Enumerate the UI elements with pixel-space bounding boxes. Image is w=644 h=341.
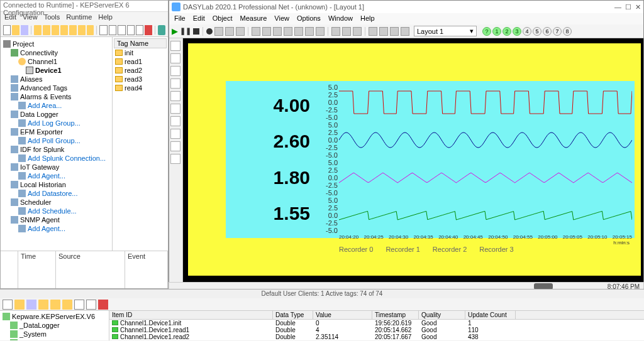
line-tool-icon[interactable]	[170, 66, 180, 76]
tag-item[interactable]: read3	[114, 75, 167, 84]
record-icon[interactable]	[206, 28, 213, 35]
tree-item[interactable]: Channel1	[2, 57, 111, 66]
log-col-time[interactable]: Time	[18, 251, 56, 288]
layout-button[interactable]: 3	[513, 27, 521, 36]
col-itemid[interactable]: Item ID	[109, 311, 273, 319]
tree-item[interactable]: Local Historian	[2, 180, 111, 189]
open-icon[interactable]	[12, 25, 19, 35]
stop-icon[interactable]	[193, 28, 199, 35]
qc-tree-item[interactable]: Kepware.KEPServerEX.V6	[1, 312, 108, 321]
tag-item[interactable]: read4	[114, 84, 167, 92]
quickclient-icon[interactable]	[158, 25, 165, 35]
kep-menu-view[interactable]: View	[23, 13, 38, 22]
folder-icon[interactable]	[34, 25, 42, 35]
save-icon[interactable]	[21, 25, 28, 35]
undo-icon[interactable]	[99, 25, 107, 35]
image-tool-icon[interactable]	[170, 154, 180, 164]
folder-icon[interactable]	[52, 25, 59, 35]
circle-tool-icon[interactable]	[170, 104, 180, 114]
tree-item[interactable]: Add Datastore...	[2, 189, 111, 198]
folder-icon[interactable]	[60, 25, 68, 35]
folder-icon[interactable]	[87, 25, 94, 35]
qc-tree-item[interactable]: _DataLogger	[1, 321, 108, 330]
qc-tree[interactable]: Kepware.KEPServerEX.V6_DataLogger_System…	[0, 311, 109, 340]
col-value[interactable]: Value	[313, 311, 372, 319]
layout-canvas[interactable]: 4.00 2.60 1.80 1.55 5.02.50.0-2.5-5.0 5.…	[183, 38, 643, 288]
menu-file[interactable]: File	[174, 14, 186, 23]
toolbar-icon[interactable]	[369, 27, 377, 36]
tree-item[interactable]: IDF for Splunk	[2, 145, 111, 154]
tree-item[interactable]: Add Splunk Connection...	[2, 154, 111, 163]
folder-icon[interactable]	[69, 25, 77, 35]
pause-icon[interactable]: ❚❚	[180, 27, 191, 35]
toolbar-icon[interactable]	[262, 27, 271, 36]
log-col-icon[interactable]	[1, 251, 18, 288]
minimize-icon[interactable]: —	[614, 3, 621, 11]
tag-item[interactable]: read2	[114, 66, 167, 75]
folder-icon[interactable]	[43, 25, 50, 35]
layout-button[interactable]: 6	[543, 27, 552, 36]
tag-item[interactable]: init	[114, 48, 167, 57]
menu-view[interactable]: View	[274, 14, 289, 23]
tree-item[interactable]: Add Agent...	[2, 224, 111, 233]
close-icon[interactable]: ✕	[635, 3, 641, 11]
qc-tree-item[interactable]: _System	[1, 330, 108, 338]
toolbar-icon[interactable]	[305, 27, 314, 36]
tree-item[interactable]: Aliases	[2, 75, 111, 84]
table-row[interactable]: Channel1.Device1.read1Double420:05:14.66…	[109, 327, 644, 333]
tree-item[interactable]: Add Schedule...	[2, 207, 111, 215]
copy-icon[interactable]	[127, 25, 135, 35]
copy-icon[interactable]	[342, 27, 351, 36]
tree-item[interactable]: SNMP Agent	[2, 215, 111, 224]
folder-icon[interactable]	[78, 25, 86, 35]
menu-edit[interactable]: Edit	[193, 14, 205, 23]
tree-item[interactable]: Connectivity	[2, 48, 111, 57]
layout-button[interactable]: 4	[523, 27, 531, 36]
save-icon[interactable]	[26, 300, 36, 310]
tree-item[interactable]: Add Area...	[2, 101, 111, 110]
col-updatecount[interactable]: Update Count	[465, 311, 516, 319]
toolbar-icon[interactable]	[294, 27, 303, 36]
layout-button[interactable]: 1	[492, 27, 501, 36]
link-tool-icon[interactable]	[170, 129, 180, 139]
toolbar-icon[interactable]	[390, 27, 399, 36]
open-icon[interactable]	[14, 300, 25, 310]
folder-icon[interactable]	[38, 300, 48, 310]
folder-icon[interactable]	[62, 300, 72, 310]
table-row[interactable]: Channel1.Device1.initDouble019:56:20.619…	[109, 320, 644, 327]
col-datatype[interactable]: Data Type	[273, 311, 313, 319]
cut-icon[interactable]	[331, 27, 340, 36]
tree-item[interactable]: Scheduler	[2, 198, 111, 207]
menu-measure[interactable]: Measure	[240, 14, 267, 23]
toolbar-icon[interactable]	[379, 27, 388, 36]
folder-icon[interactable]	[50, 300, 60, 310]
tree-item[interactable]: IoT Gateway	[2, 163, 111, 171]
kep-menu-help[interactable]: Help	[98, 13, 113, 22]
new-icon[interactable]	[3, 300, 13, 310]
tree-item[interactable]: EFM Exporter	[2, 127, 111, 136]
new-icon[interactable]	[3, 25, 11, 35]
kep-menu-runtime[interactable]: Runtime	[66, 13, 92, 22]
paste-icon[interactable]	[353, 27, 362, 36]
ellipse-tool-icon[interactable]	[170, 116, 180, 126]
paste-icon[interactable]	[136, 25, 143, 35]
menu-help[interactable]: Help	[360, 14, 375, 23]
toolbar-icon[interactable]	[74, 300, 84, 310]
redo-icon[interactable]	[109, 25, 116, 35]
delete-icon[interactable]	[145, 25, 152, 35]
toolbar-icon[interactable]	[273, 27, 282, 36]
menu-object[interactable]: Object	[213, 14, 233, 23]
tag-header[interactable]: Tag Name	[114, 38, 167, 48]
layout-button[interactable]: 7	[553, 27, 562, 36]
layout-button[interactable]: 2	[502, 27, 511, 36]
kep-menu-tools[interactable]: Tools	[44, 13, 60, 22]
log-col-source[interactable]: Source	[56, 251, 125, 288]
tree-item[interactable]: Add Poll Group...	[2, 136, 111, 145]
menu-options[interactable]: Options	[297, 14, 321, 23]
tree-item[interactable]: Project	[2, 40, 111, 48]
play-icon[interactable]: ▶	[172, 26, 178, 36]
toolbar-icon[interactable]	[236, 27, 245, 36]
qc-tree-item[interactable]: _ThingWorx	[1, 338, 108, 340]
col-timestamp[interactable]: Timestamp	[372, 311, 419, 319]
tag-item[interactable]: read1	[114, 57, 167, 66]
